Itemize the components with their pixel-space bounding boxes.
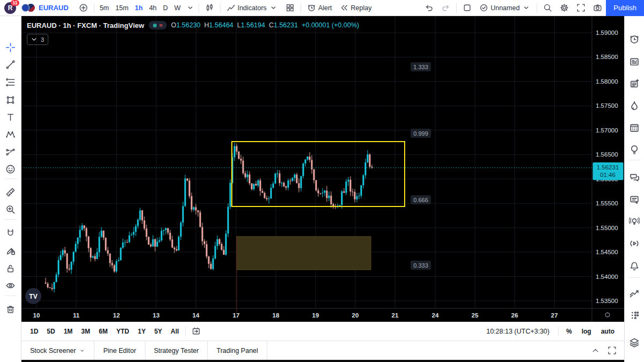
news-icon[interactable] (627, 54, 642, 69)
object-tree-chip[interactable]: 3 (27, 34, 48, 45)
tab-stock-screener[interactable]: Stock Screener (21, 341, 94, 360)
toolbar-separator (301, 3, 301, 13)
range-5y[interactable]: 5Y (150, 328, 166, 335)
range-all[interactable]: All (166, 328, 183, 335)
quick-search-button[interactable] (539, 0, 556, 16)
ideas-icon[interactable] (627, 142, 642, 157)
notifications-bell-icon[interactable] (627, 258, 642, 274)
layers-icon[interactable] (627, 335, 642, 350)
public-chat-icon[interactable] (627, 170, 642, 185)
publish-button[interactable]: Publish (606, 0, 644, 16)
emoji-tool-icon[interactable] (3, 161, 18, 176)
replay-button[interactable]: Replay (336, 0, 376, 16)
clock-timezone[interactable]: 10:28:13 (UTC+3:30) (481, 328, 555, 335)
forecast-tool-icon[interactable] (3, 144, 18, 159)
tradingview-app: R 11 EURAUD 5m15m1h4hDW Indicators (0, 0, 644, 362)
private-chat-icon[interactable] (627, 192, 642, 207)
compare-add-button[interactable] (75, 0, 92, 16)
save-layout-button[interactable]: Unnamed (475, 0, 535, 16)
timeframe-D[interactable]: D (160, 0, 171, 16)
fullscreen-button[interactable] (573, 0, 589, 16)
ideas-live-icon[interactable] (627, 213, 642, 228)
svg-text:1.55500: 1.55500 (596, 200, 618, 206)
symbol-flags-icon (21, 4, 35, 12)
timeframe-5m[interactable]: 5m (97, 0, 112, 16)
symbol-search-button[interactable]: EURAUD (19, 0, 75, 16)
svg-text:26: 26 (511, 312, 518, 319)
indicators-label: Indicators (238, 4, 267, 12)
high-value: 1.56464 (209, 21, 233, 29)
svg-text:1.333: 1.333 (413, 64, 428, 70)
legend-title[interactable]: EURAUD · 1h · FXCM · TradingView (27, 21, 144, 29)
auto-scale-button[interactable]: auto (597, 328, 619, 335)
timeframe-4h[interactable]: 4h (146, 0, 160, 16)
chart-style-button[interactable] (201, 0, 218, 16)
bottom-panel-tabs: Stock ScreenerPine EditorStrategy Tester… (21, 341, 624, 360)
alert-clock-icon (307, 3, 316, 12)
fullscreen-icon (576, 3, 586, 12)
svg-text:24: 24 (432, 312, 439, 319)
tab-strategy-tester[interactable]: Strategy Tester (145, 341, 208, 360)
range-1m[interactable]: 1M (60, 328, 77, 335)
range-5d[interactable]: 5D (42, 328, 59, 335)
panel-collapse-icon[interactable] (591, 346, 600, 355)
svg-text:10: 10 (33, 312, 40, 319)
fib-retracement-icon[interactable] (3, 75, 18, 90)
chart-pane[interactable]: TV1.3330.9990.6660.3331.590001.585001.58… (21, 16, 624, 322)
close-value: 1.56231 (274, 21, 298, 29)
go-to-date-button[interactable] (188, 322, 204, 341)
settings-button[interactable] (556, 0, 573, 16)
gear-icon (560, 3, 569, 12)
timeframe-menu-button[interactable] (184, 0, 196, 16)
timeframe-1h[interactable]: 1h (131, 0, 146, 16)
xabcd-pattern-icon[interactable] (3, 127, 18, 142)
replay-icon (340, 3, 349, 12)
alerts-clock-icon[interactable] (627, 32, 642, 47)
data-mode-pill[interactable]: ≈ (149, 21, 167, 29)
undo-button[interactable] (421, 0, 437, 16)
trend-line-icon[interactable] (3, 57, 18, 72)
user-avatar[interactable]: R 11 (4, 2, 16, 14)
calendar-icon[interactable] (627, 120, 642, 135)
redo-button[interactable] (437, 0, 454, 16)
indicator-templates-button[interactable] (282, 0, 298, 16)
hotlists-icon[interactable] (627, 98, 642, 113)
streams-icon[interactable] (627, 236, 642, 251)
zoom-in-icon[interactable] (3, 202, 18, 217)
crosshair-icon[interactable] (3, 40, 18, 55)
tab-trading-panel[interactable]: Trading Panel (208, 341, 266, 360)
candlestick-chart[interactable]: TV1.3330.9990.6660.3331.590001.585001.58… (21, 16, 624, 322)
range-ytd[interactable]: YTD (112, 328, 134, 335)
snapshot-button[interactable] (589, 0, 606, 16)
magnet-icon[interactable] (3, 225, 18, 240)
panel-maximize-icon[interactable] (608, 346, 617, 355)
range-3m[interactable]: 3M (77, 328, 94, 335)
object-tree-icon[interactable] (627, 308, 642, 323)
percent-scale-button[interactable]: % (562, 328, 576, 335)
remove-all-icon[interactable] (3, 301, 18, 316)
measure-ruler-icon[interactable] (3, 184, 18, 200)
drawing-mode-lock-icon[interactable] (3, 243, 18, 258)
svg-text:1.57500: 1.57500 (596, 102, 618, 109)
range-6m[interactable]: 6M (94, 328, 112, 335)
data-window-icon[interactable] (627, 286, 642, 301)
range-1d[interactable]: 1D (26, 328, 42, 335)
text-tool-icon[interactable] (3, 109, 18, 124)
log-scale-button[interactable]: log (577, 328, 596, 335)
hide-all-drawings-icon[interactable] (3, 278, 18, 293)
chevron-down-icon (186, 3, 195, 12)
indicators-button[interactable]: Indicators (223, 0, 282, 16)
rectangle-tool-icon[interactable] (3, 92, 18, 107)
tabs-group: Stock ScreenerPine EditorStrategy Tester… (21, 341, 267, 360)
alert-button[interactable]: Alert (303, 0, 336, 16)
svg-text:1.53500: 1.53500 (596, 298, 618, 304)
chevron-down-icon (269, 3, 278, 12)
indicators-icon (226, 3, 236, 12)
timeframe-W[interactable]: W (171, 0, 184, 16)
notes-add-icon[interactable] (627, 76, 642, 91)
range-1y[interactable]: 1Y (134, 328, 150, 335)
timeframe-15m[interactable]: 15m (112, 0, 131, 16)
layout-select-button[interactable] (459, 0, 475, 16)
lock-all-drawings-icon[interactable] (3, 261, 18, 276)
tab-pine-editor[interactable]: Pine Editor (94, 341, 144, 360)
